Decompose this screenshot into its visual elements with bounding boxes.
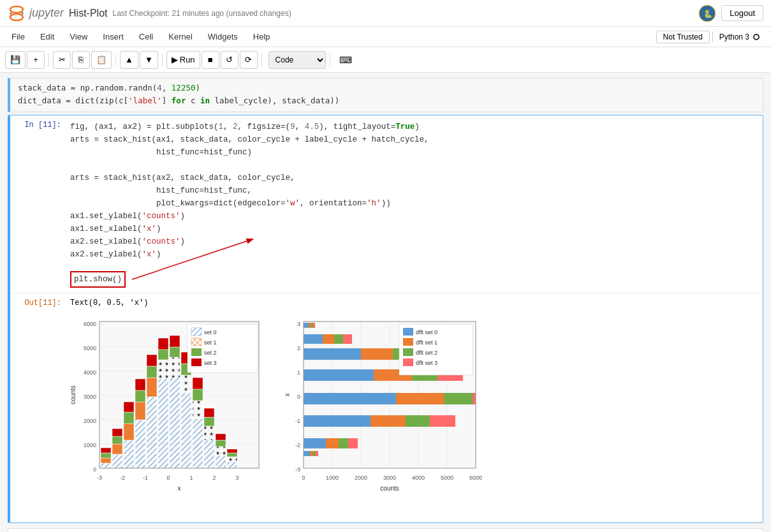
svg-text:3000: 3000 bbox=[84, 394, 96, 400]
not-trusted-button[interactable]: Not Trusted bbox=[656, 31, 710, 43]
stop-button[interactable]: ■ bbox=[202, 51, 219, 69]
jupyter-text: jupyter bbox=[29, 6, 64, 20]
chart1-svg: 0 1000 2000 3000 4000 5000 6000 bbox=[68, 315, 272, 513]
menu-widgets[interactable]: Widgets bbox=[202, 31, 244, 43]
menu-edit[interactable]: Edit bbox=[34, 31, 61, 43]
svg-rect-138 bbox=[304, 415, 371, 427]
svg-rect-120 bbox=[311, 323, 313, 328]
svg-text:counts: counts bbox=[70, 385, 77, 404]
svg-rect-64 bbox=[181, 393, 191, 468]
svg-rect-36 bbox=[101, 463, 111, 468]
restart-run-button[interactable]: ⟳ bbox=[240, 51, 258, 69]
svg-rect-88 bbox=[191, 338, 202, 346]
svg-rect-141 bbox=[430, 415, 455, 427]
svg-text:-2: -2 bbox=[295, 442, 300, 448]
svg-rect-75 bbox=[204, 408, 214, 417]
menu-view[interactable]: View bbox=[63, 31, 94, 43]
svg-rect-125 bbox=[343, 334, 352, 344]
svg-text:set 1: set 1 bbox=[204, 339, 217, 346]
keyboard-shortcuts-button[interactable]: ⌨ bbox=[334, 51, 357, 69]
svg-text:🐍: 🐍 bbox=[703, 9, 713, 18]
svg-text:-1: -1 bbox=[295, 418, 300, 424]
svg-rect-122 bbox=[304, 334, 323, 344]
checkpoint-info: Last Checkpoint: 21 minutes ago (unsaved… bbox=[112, 9, 291, 18]
svg-rect-63 bbox=[170, 336, 180, 347]
svg-text:0: 0 bbox=[93, 466, 96, 473]
run-button[interactable]: ▶ Run bbox=[166, 51, 200, 69]
svg-text:3: 3 bbox=[297, 321, 300, 327]
svg-text:5000: 5000 bbox=[441, 475, 453, 481]
menu-file[interactable]: File bbox=[5, 31, 31, 43]
svg-rect-47 bbox=[124, 402, 134, 412]
svg-rect-77 bbox=[216, 447, 226, 455]
svg-rect-74 bbox=[204, 417, 214, 426]
svg-rect-41 bbox=[112, 444, 122, 454]
svg-text:2000: 2000 bbox=[355, 475, 367, 481]
cut-button[interactable]: ✂ bbox=[53, 51, 71, 69]
svg-rect-62 bbox=[170, 347, 180, 357]
restart-button[interactable]: ↺ bbox=[221, 51, 239, 69]
svg-text:5000: 5000 bbox=[84, 345, 96, 351]
svg-rect-154 bbox=[403, 338, 413, 346]
svg-rect-145 bbox=[348, 438, 358, 448]
python-icon: 🐍 bbox=[698, 4, 716, 22]
toolbar-separator-2 bbox=[115, 54, 116, 66]
menu-cell[interactable]: Cell bbox=[133, 31, 159, 43]
svg-text:x: x bbox=[178, 485, 181, 492]
svg-rect-79 bbox=[216, 434, 226, 440]
empty-cell-prompt: In [ ]: bbox=[8, 529, 66, 533]
svg-point-2 bbox=[10, 12, 12, 15]
navbar: jupyter Hist-Plot Last Checkpoint: 21 mi… bbox=[0, 0, 771, 27]
svg-rect-78 bbox=[216, 440, 226, 447]
output-area-11: Out[11]: Text(0, 0.5, 'x') 0 1000 2000 3… bbox=[10, 293, 763, 522]
svg-rect-126 bbox=[304, 348, 361, 360]
svg-rect-59 bbox=[158, 338, 168, 350]
menu-kernel[interactable]: Kernel bbox=[162, 31, 199, 43]
logout-button[interactable]: Logout bbox=[721, 5, 763, 21]
svg-rect-60 bbox=[170, 378, 180, 468]
paste-button[interactable]: 📋 bbox=[91, 51, 112, 69]
kernel-status-icon bbox=[753, 34, 760, 40]
svg-rect-127 bbox=[361, 348, 393, 360]
charts-container: 0 1000 2000 3000 4000 5000 6000 bbox=[10, 310, 763, 520]
svg-rect-83 bbox=[227, 449, 237, 453]
copy-button[interactable]: ⎘ bbox=[72, 51, 90, 69]
svg-rect-45 bbox=[124, 424, 134, 440]
cell-11-code[interactable]: fig, (ax1, ax2) = plt.subplots(1, 2, fig… bbox=[68, 115, 763, 293]
notebook-title[interactable]: Hist-Plot bbox=[69, 8, 107, 19]
cell-11: In [11]: fig, (ax1, ax2) = plt.subplots(… bbox=[8, 115, 763, 523]
output-11-prompt: Out[11]: bbox=[10, 296, 68, 310]
svg-text:dflt set 3: dflt set 3 bbox=[416, 360, 437, 366]
add-cell-button[interactable]: + bbox=[27, 51, 45, 69]
svg-rect-53 bbox=[147, 378, 157, 397]
svg-rect-158 bbox=[403, 358, 413, 366]
cell-type-select[interactable]: Code Markdown Raw bbox=[268, 51, 326, 69]
svg-text:2000: 2000 bbox=[84, 418, 96, 424]
cell-11-prompt: In [11]: bbox=[10, 115, 68, 293]
svg-text:4000: 4000 bbox=[84, 369, 96, 376]
menu-help[interactable]: Help bbox=[247, 31, 277, 43]
svg-text:-2: -2 bbox=[120, 475, 125, 481]
annotation-arrow bbox=[126, 260, 266, 299]
svg-text:dflt set 0: dflt set 0 bbox=[416, 329, 437, 336]
svg-rect-149 bbox=[316, 451, 318, 456]
svg-text:4000: 4000 bbox=[412, 475, 425, 481]
svg-rect-46 bbox=[124, 412, 134, 424]
run-icon: ▶ bbox=[172, 55, 178, 64]
svg-rect-86 bbox=[191, 328, 202, 336]
svg-rect-140 bbox=[406, 415, 430, 427]
chart2-svg: -3 -2 -1 0 1 2 3 bbox=[284, 315, 488, 513]
svg-point-1 bbox=[10, 14, 23, 20]
menubar: File Edit View Insert Cell Kernel Widget… bbox=[0, 27, 771, 47]
svg-rect-58 bbox=[158, 350, 168, 360]
empty-cell-code[interactable] bbox=[66, 529, 763, 533]
svg-rect-118 bbox=[304, 323, 309, 328]
svg-text:set 3: set 3 bbox=[204, 360, 217, 366]
menu-insert[interactable]: Insert bbox=[96, 31, 130, 43]
move-down-button[interactable]: ▼ bbox=[140, 51, 158, 69]
save-button[interactable]: 💾 bbox=[5, 51, 26, 69]
move-up-button[interactable]: ▲ bbox=[120, 51, 138, 69]
svg-rect-92 bbox=[191, 358, 202, 366]
svg-text:2: 2 bbox=[297, 345, 300, 351]
svg-point-0 bbox=[10, 6, 23, 13]
